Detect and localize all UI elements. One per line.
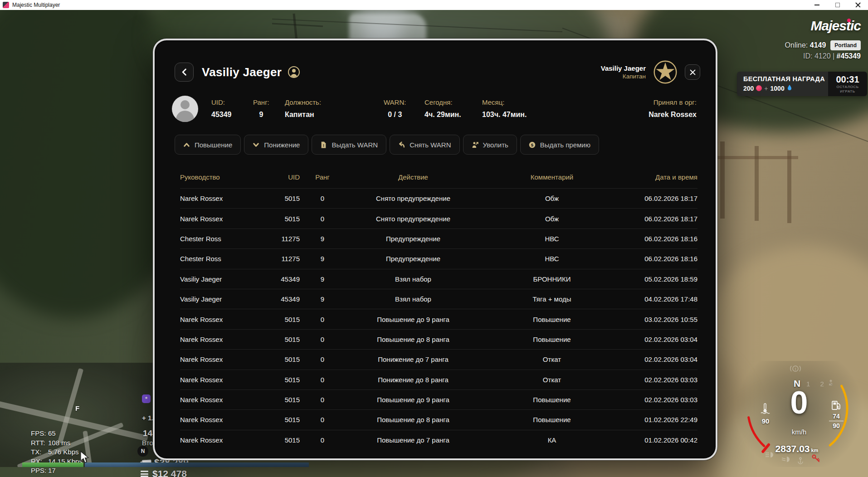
column-header: Комментарий [481,173,623,181]
majestic-logo: Majestic [811,18,861,34]
table-cell: Повышение [481,416,623,423]
table-cell: Предупреждение [345,235,481,243]
reward-timer-block: 00:31 ОСТАЛОСЬИГРАТЬ [828,72,867,96]
close-x-icon [690,69,696,75]
blue-bar [85,462,309,467]
app-icon [3,2,9,8]
table-cell: 9 [300,295,345,303]
reward-title: БЕСПЛАТНАЯ НАГРАДА [743,75,828,83]
rank-star-badge [653,60,678,84]
table-cell: Narek Rossex [180,436,271,444]
window-controls [807,0,868,10]
speedometer: ! N 1 2 0 km/h 90 74 90 2837.03km [722,361,868,467]
table-cell: Narek Rossex [180,336,271,343]
compass-north-badge: N [137,446,148,457]
net-stat-line: FPS:65 [31,429,83,438]
net-stats: FPS:65RTT:108 msTX:5.76 KbpsRX:14.15 Kbp… [31,429,83,476]
svg-text:!: ! [323,143,324,147]
table-cell: Повышение до 8 ранга [345,336,481,343]
table-row[interactable]: Narek Rossex50150Повышение до 7 рангаКА0… [180,430,697,450]
table-cell: 5015 [271,336,300,343]
table-row[interactable]: Narek Rossex50150Повышение до 9 рангаПов… [180,389,697,409]
chevron-up-icon [183,141,190,148]
history-table: РуководствоUIDРангДействиеКомментарийДат… [180,165,697,450]
back-button[interactable] [175,63,194,82]
table-cell: Повышение до 9 ранга [345,396,481,404]
table-row[interactable]: Vasiliy Jaeger453499Взял наборБРОННИКИ05… [180,269,697,289]
table-cell: Тяга + моды [481,295,623,303]
table-row[interactable]: Narek Rossex50150Повышение до 9 рангаПов… [180,309,697,329]
demote-button[interactable]: Понижение [244,135,308,155]
table-row[interactable]: Narek Rossex50150Снято предупреждениеОбж… [180,188,697,208]
logo-dot [847,19,851,22]
speed-unit: km/h [722,428,868,436]
give-warn-button[interactable]: ! Выдать WARN [312,135,386,155]
free-reward-widget: БЕСПЛАТНАЯ НАГРАДА 200 + 1000 00:31 ОСТА… [737,72,867,96]
table-cell: Повышение до 7 ранга [345,436,481,444]
table-row[interactable]: Narek Rossex50150Понижение до 8 рангаОтк… [180,370,697,389]
table-cell: 02.02.2026 03:04 [623,355,697,363]
engine-temp-value: 90 [755,417,776,425]
table-cell: 11275 [271,235,300,243]
table-cell: Vasiliy Jaeger [180,275,271,283]
table-cell: Narek Rossex [180,195,271,202]
close-icon [855,2,861,8]
table-cell: Повышение до 8 ранга [345,416,481,423]
server-badge: Portland [830,40,861,50]
chevron-down-icon [253,141,259,148]
table-cell: Chester Ross [180,235,271,243]
member-info-row: Принял в орг: Narek Rossex UID:45349 Ран… [155,95,716,131]
table-cell: Narek Rossex [180,316,271,323]
table-cell: Narek Rossex [180,416,271,423]
table-row[interactable]: Narek Rossex50150Снято предупреждениеОбж… [180,208,697,228]
table-row[interactable]: Narek Rossex50150Повышение до 8 рангаПов… [180,409,697,429]
table-cell: Снято предупреждение [345,195,481,202]
table-row[interactable]: Narek Rossex50150Повышение до 8 рангаПов… [180,329,697,349]
info-item: Месяц:103ч. 47мин. [482,95,527,119]
give-bonus-button[interactable]: $ Выдать премию [520,135,599,155]
table-row[interactable]: Chester Ross112759ПредупреждениеНВС06.02… [180,229,697,248]
table-cell: 0 [300,376,345,384]
table-cell: НВС [481,235,623,243]
screen: Majestic Multiplayer [0,0,868,477]
plus-sign: + [764,85,768,92]
table-cell: 45349 [271,295,300,303]
close-panel-button[interactable] [685,64,700,80]
water-drop-icon [787,84,792,92]
remove-warn-button[interactable]: Снять WARN [390,135,459,155]
table-cell: Narek Rossex [180,376,271,384]
table-cell: 0 [300,316,345,323]
table-cell: Vasiliy Jaeger [180,295,271,303]
table-cell: БРОННИКИ [481,275,623,283]
svg-text:!: ! [795,367,796,371]
fuel-pump-icon [831,400,842,413]
column-header: Ранг [300,173,345,181]
table-cell: 0 [300,336,345,343]
member-block: Vasiliy Jaeger Капитан [601,64,646,80]
invited-label: Принял в орг: [649,98,697,106]
anchor-icon [797,457,804,466]
promote-button[interactable]: Повышение [175,135,241,155]
table-cell: КА [481,436,623,444]
table-cell: Повышение [481,336,623,343]
minimize-button[interactable] [807,0,827,10]
table-body: Narek Rossex50150Снято предупреждениеОбж… [180,188,697,450]
table-row[interactable]: Chester Ross112759ПредупреждениеНВС06.02… [180,248,697,268]
id-value: #45349 [837,52,861,60]
table-row[interactable]: Narek Rossex50150Понижение до 7 рангаОтк… [180,349,697,369]
table-cell: 5015 [271,195,300,202]
bank-balance: $12 478 [141,468,187,477]
engine-key-icon [811,453,821,465]
maximize-button[interactable] [827,0,848,10]
close-window-button[interactable] [848,0,868,10]
info-item: UID:45349 [211,95,232,119]
fire-button[interactable]: Уволить [463,135,517,155]
player-id: ID: 4120 | #45349 [803,52,861,60]
table-cell: Понижение до 8 ранга [345,376,481,384]
info-item: Ранг:9 [253,95,269,119]
table-row[interactable]: Vasiliy Jaeger453499Взял наборТяга + мод… [180,289,697,309]
table-cell: 01.02.2026 22:49 [623,416,697,423]
net-stat-line: TX:5.76 Kbps [31,448,83,457]
table-cell: Повышение [481,396,623,404]
table-cell: 06.02.2026 18:17 [623,215,697,223]
